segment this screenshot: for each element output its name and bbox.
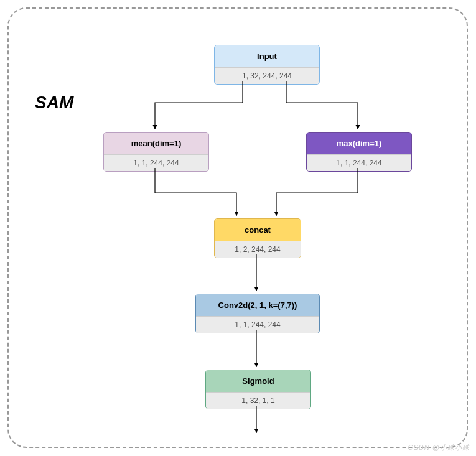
node-conv-shape: 1, 1, 244, 244 <box>196 316 319 333</box>
node-conv-label: Conv2d(2, 1, k=(7,7)) <box>196 294 319 316</box>
node-input-label: Input <box>215 45 319 67</box>
node-mean-label: mean(dim=1) <box>104 133 208 154</box>
node-concat-shape: 1, 2, 244, 244 <box>215 241 301 258</box>
node-max-label: max(dim=1) <box>307 133 411 154</box>
diagram-frame: SAM Input 1, 32, 244, 244 mean(dim=1) 1,… <box>7 7 468 448</box>
node-mean: mean(dim=1) 1, 1, 244, 244 <box>103 132 209 172</box>
node-max-shape: 1, 1, 244, 244 <box>307 154 411 171</box>
node-input-shape: 1, 32, 244, 244 <box>215 67 319 84</box>
node-sigmoid-label: Sigmoid <box>206 370 310 392</box>
node-conv: Conv2d(2, 1, k=(7,7)) 1, 1, 244, 244 <box>195 294 320 333</box>
node-sigmoid-shape: 1, 32, 1, 1 <box>206 392 310 409</box>
watermark: CSDN @小殊小殊 <box>408 443 470 452</box>
node-sigmoid: Sigmoid 1, 32, 1, 1 <box>205 370 311 409</box>
node-concat: concat 1, 2, 244, 244 <box>214 218 301 258</box>
node-input: Input 1, 32, 244, 244 <box>214 45 320 85</box>
diagram-title: SAM <box>35 93 73 113</box>
node-mean-shape: 1, 1, 244, 244 <box>104 154 208 171</box>
node-concat-label: concat <box>215 219 301 241</box>
node-max: max(dim=1) 1, 1, 244, 244 <box>306 132 412 172</box>
